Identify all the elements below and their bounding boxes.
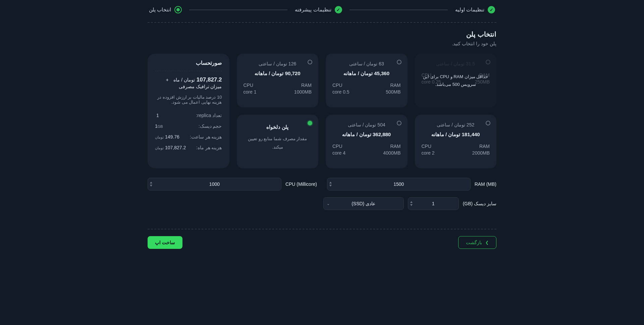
- plan-card-custom[interactable]: پلن دلخواه مقدار مصرف شما منابع رو تعیین…: [237, 115, 319, 168]
- section-divider: [148, 22, 496, 23]
- billing-title: صورتحساب: [155, 60, 222, 66]
- step-2: ✓ تنظیمات پیشرفته: [295, 6, 342, 13]
- cpu-value: 2 core: [422, 150, 435, 156]
- billing-summary: صورتحساب 107,827.2 تومان / ماه + میزان ت…: [148, 54, 229, 168]
- current-step-icon: [174, 6, 182, 13]
- cpu-value: 0.5 core: [332, 89, 350, 95]
- step-label: تنظیمات اولیه: [455, 7, 484, 13]
- create-app-button[interactable]: ساخت اپ: [148, 236, 182, 249]
- billing-line: تعداد replica:1: [155, 113, 222, 118]
- step-divider: [350, 10, 448, 10]
- cpu-input[interactable]: [148, 178, 281, 191]
- plan-card-disabled: 31.5 تومان / ساعتی RAM250MB CPU0.25 core…: [415, 54, 497, 107]
- stepper-icon[interactable]: ▲▼: [150, 178, 153, 191]
- plan-card[interactable]: 504 تومان / ساعتی 362,880 تومان / ماهانه…: [326, 115, 408, 168]
- disk-size-label: سایز دیسک (GB): [463, 201, 496, 206]
- cpu-value: 1 core: [244, 89, 257, 95]
- cpu-label: CPU: [332, 83, 342, 88]
- divider: [155, 71, 222, 71]
- cpu-input-label: CPU (Millicore): [285, 181, 317, 187]
- page-subtitle: پلن خود را انتخاب کنید.: [148, 41, 496, 46]
- ram-label: RAM: [479, 144, 490, 149]
- billing-line: حجم دیسک:1GB: [155, 123, 222, 129]
- custom-plan-title: پلن دلخواه: [244, 124, 312, 130]
- cpu-label: CPU: [422, 144, 432, 149]
- plan-radio[interactable]: [308, 60, 312, 64]
- plan-hourly: 504 تومان / ساعتی: [332, 122, 401, 127]
- plan-card[interactable]: 252 تومان / ساعتی 181,440 تومان / ماهانه…: [415, 115, 497, 168]
- cpu-label: CPU: [244, 83, 254, 88]
- disk-type-select[interactable]: عادی (SSD) ⌄: [323, 197, 404, 210]
- ram-input-label: RAM (MB): [475, 181, 496, 187]
- stepper-icon[interactable]: ▲▼: [410, 197, 413, 210]
- plan-monthly: 45,360 تومان / ماهانه: [332, 70, 401, 76]
- ram-label: RAM: [390, 144, 400, 149]
- ram-value: 500MB: [386, 89, 400, 95]
- disk-type-value: عادی (SSD): [323, 197, 404, 210]
- chevron-right-icon: ❯: [485, 240, 489, 245]
- plan-radio[interactable]: [486, 121, 490, 125]
- billing-note: 10 درصد مالیات بر ارزش افزوده در هزینه ن…: [155, 95, 222, 105]
- section-divider: [148, 229, 496, 229]
- step-label: تنظیمات پیشرفته: [295, 7, 331, 13]
- plan-monthly: 362,880 تومان / ماهانه: [332, 131, 401, 138]
- create-button-label: ساخت اپ: [155, 240, 175, 245]
- billing-total: 107,827.2 تومان / ماه + میزان ترافیک مصر…: [155, 76, 222, 90]
- stepper: ✓ تنظیمات اولیه ✓ تنظیمات پیشرفته انتخاب…: [148, 6, 496, 13]
- plan-disabled-message: حداقل میزان RAM و CPU برای این سرویس 500…: [415, 54, 497, 107]
- plan-monthly: 90,720 تومان / ماهانه: [244, 70, 312, 76]
- ram-input[interactable]: [327, 178, 471, 191]
- plan-card[interactable]: 126 تومان / ساعتی 90,720 تومان / ماهانه …: [237, 54, 319, 107]
- disk-size-input[interactable]: [408, 197, 459, 210]
- step-divider: [189, 10, 287, 10]
- plan-radio[interactable]: [397, 121, 401, 125]
- plan-radio[interactable]: [397, 60, 401, 64]
- step-1: ✓ تنظیمات اولیه: [455, 6, 495, 13]
- plan-card[interactable]: 63 تومان / ساعتی 45,360 تومان / ماهانه R…: [326, 54, 408, 107]
- chevron-down-icon: ⌄: [327, 197, 330, 210]
- ram-value: 2000MB: [472, 150, 490, 156]
- back-button[interactable]: ❯ بازگشت: [458, 236, 496, 249]
- ram-value: 4000MB: [383, 150, 400, 156]
- plan-radio-selected[interactable]: [308, 121, 312, 125]
- billing-line: هزینه هر ماه:107,827.2تومان: [155, 145, 222, 150]
- cpu-value: 4 core: [332, 150, 345, 156]
- page-title: انتخاب پلن: [148, 30, 496, 38]
- check-icon: ✓: [335, 6, 342, 13]
- stepper-icon[interactable]: ▲▼: [329, 178, 332, 191]
- plan-monthly: 181,440 تومان / ماهانه: [422, 131, 490, 138]
- billing-line: هزینه هر ساعت:149.76تومان: [155, 134, 222, 140]
- plan-hourly: 252 تومان / ساعتی: [422, 122, 490, 127]
- ram-value: 1000MB: [294, 89, 312, 95]
- ram-label: RAM: [301, 83, 312, 88]
- back-button-label: بازگشت: [466, 240, 482, 245]
- step-3: انتخاب پلن: [149, 6, 182, 13]
- custom-plan-desc: مقدار مصرف شما منابع رو تعیین میکند.: [244, 135, 312, 151]
- plan-hourly: 126 تومان / ساعتی: [244, 61, 312, 66]
- step-label: انتخاب پلن: [149, 7, 171, 13]
- check-icon: ✓: [488, 6, 495, 13]
- cpu-label: CPU: [332, 144, 342, 149]
- plan-hourly: 63 تومان / ساعتی: [332, 61, 401, 66]
- ram-label: RAM: [390, 83, 400, 88]
